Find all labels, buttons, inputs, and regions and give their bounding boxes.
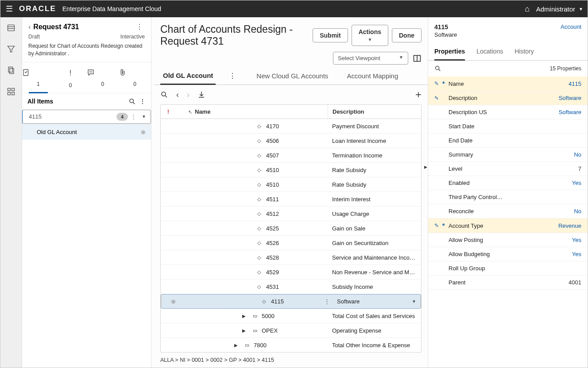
svg-rect-5 (10, 69, 14, 74)
tab-properties[interactable]: Properties (434, 43, 465, 61)
columns-icon[interactable] (413, 54, 422, 63)
tab-locations[interactable]: Locations (476, 43, 503, 60)
svg-rect-4 (8, 67, 12, 73)
property-row[interactable]: Third Party Control… (428, 190, 588, 204)
svg-line-19 (165, 96, 167, 97)
row-more-icon[interactable]: ⋮ (324, 298, 330, 305)
request-more-icon[interactable]: ⋮ (134, 23, 145, 31)
list-item[interactable]: Old GL Account⊕ (22, 124, 151, 140)
svg-line-15 (133, 102, 135, 104)
table-row[interactable]: ◇4525Gain on Sale (161, 221, 421, 236)
property-row[interactable]: Parent4001 (428, 276, 588, 290)
item-more-icon[interactable]: ⋮ (131, 113, 136, 120)
global-header: ☰ ORACLE Enterprise Data Management Clou… (0, 0, 588, 17)
table-row[interactable]: ◇4170Payment Discount (161, 119, 421, 134)
tab-attach-icon[interactable]: 0 (119, 66, 151, 93)
table-row[interactable]: ⊕◇4115⋮Software (161, 294, 421, 309)
tab-alert-icon[interactable]: !0 (54, 66, 87, 93)
table-row[interactable]: ◇4531Subsidy Income (161, 280, 421, 294)
brand-logo: ORACLE (19, 4, 56, 13)
actions-button[interactable]: Actions (352, 25, 388, 46)
table-row[interactable]: ▶▭7800Total Other Income & Expense (161, 338, 421, 352)
page-title: Chart of Accounts Redesign - Request 473… (160, 23, 306, 47)
rail-filter-icon[interactable] (6, 44, 16, 54)
property-row[interactable]: Allow PostingYes (428, 233, 588, 247)
tree-search-icon[interactable] (160, 91, 168, 99)
detail-code: 4115 (434, 23, 457, 31)
detail-name: Software (434, 31, 457, 38)
property-row[interactable]: ReconcileNo (428, 204, 588, 218)
request-title: Request 4731 (33, 23, 132, 31)
rail-doc-icon[interactable] (6, 65, 16, 76)
svg-rect-9 (12, 92, 15, 95)
property-row[interactable]: End Date (428, 134, 588, 148)
property-row[interactable]: ✎DescriptionSoftware (428, 91, 588, 105)
edit-icon[interactable]: ✎ (434, 80, 442, 87)
svg-rect-7 (12, 88, 15, 91)
property-row[interactable]: Level7 (428, 162, 588, 176)
table-row[interactable]: ◇4511Interim Interest (161, 192, 421, 207)
col-flag[interactable]: ! (161, 105, 176, 119)
list-item[interactable]: 41154⋮ (22, 110, 151, 124)
table-row[interactable]: ◇4510Rate Subsidy (161, 177, 421, 192)
submit-button[interactable]: Submit (313, 28, 348, 42)
table-row[interactable]: ◇4506Loan Interest Income (161, 134, 421, 148)
property-row[interactable]: ✎*Account TypeRevenue (428, 218, 588, 233)
table-row[interactable]: ◇4512Usage Charge (161, 207, 421, 221)
tree-prev-icon[interactable]: ‹ (176, 90, 179, 100)
viewpoint-select[interactable]: Select Viewpoint (333, 52, 408, 65)
tree-next-icon: › (187, 90, 190, 100)
table-row[interactable]: ◇4529Non Revenue - Service and Ma... (161, 265, 421, 280)
request-description: Request for Chart of Accounts Redesign c… (28, 42, 145, 58)
property-row[interactable]: Roll Up Group (428, 261, 588, 276)
home-icon[interactable]: ⌂ (523, 4, 532, 14)
page-header: Chart of Accounts Redesign - Request 473… (154, 17, 428, 49)
tab-history[interactable]: History (514, 43, 534, 60)
request-panel: ‹ Request 4731 ⋮ Draft Interactive Reque… (22, 17, 151, 368)
user-menu[interactable]: Administrator▼ (536, 5, 583, 13)
table-row[interactable]: ◇4528Service and Maintenance Income (161, 250, 421, 265)
request-tab-icons: 1 !0 0 0 (22, 62, 151, 93)
table-row[interactable]: ▶▭5000Total Cost of Sales and Services (161, 309, 421, 323)
edit-icon[interactable]: ✎ (434, 95, 442, 101)
table-row[interactable]: ▶▭OPEXOperating Expense (161, 323, 421, 338)
tab-comment-icon[interactable]: 0 (87, 66, 119, 93)
back-icon[interactable]: ‹ (28, 23, 31, 31)
request-status: Draft (28, 34, 40, 40)
detail-panel: 4115 Software Account Properties Locatio… (428, 17, 588, 368)
hamburger-icon[interactable]: ☰ (5, 4, 14, 14)
tab-more-icon[interactable]: ⋮ (229, 72, 236, 80)
edit-icon[interactable]: ✎ (434, 222, 442, 229)
property-row[interactable]: Allow BudgetingYes (428, 247, 588, 261)
table-row[interactable]: ◇4507Termination Income (161, 148, 421, 163)
svg-rect-6 (8, 88, 11, 91)
prop-search-icon[interactable] (434, 65, 441, 72)
property-row[interactable]: ✎*Name4115 (428, 77, 588, 91)
property-row[interactable]: SummaryNo (428, 148, 588, 162)
add-node-icon[interactable]: + (415, 88, 422, 101)
tab-new-cloud[interactable]: New Cloud GL Accounts (254, 68, 331, 84)
add-icon[interactable]: ⊕ (141, 129, 146, 135)
tab-mapping[interactable]: Account Mapping (344, 68, 401, 84)
rail-apps-icon[interactable] (6, 86, 16, 97)
done-button[interactable]: Done (392, 28, 422, 42)
table-row[interactable]: ◇4526Gain on Securitization (161, 236, 421, 250)
tab-old-gl[interactable]: Old GL Account (160, 67, 216, 85)
property-row[interactable]: Description USSoftware (428, 105, 588, 119)
section-more-icon[interactable]: ⋮ (139, 98, 146, 105)
svg-line-21 (439, 69, 440, 71)
grid-header: ! ↖Name Description (161, 105, 421, 119)
tab-items-icon[interactable]: 1 (22, 66, 54, 93)
property-row[interactable]: EnabledYes (428, 176, 588, 190)
download-icon[interactable] (197, 91, 205, 99)
search-icon[interactable] (128, 98, 136, 105)
rail-list-icon[interactable] (6, 23, 16, 33)
detail-type-link[interactable]: Account (561, 23, 581, 30)
svg-point-13 (91, 72, 92, 72)
table-row[interactable]: ◇4510Rate Subsidy (161, 163, 421, 177)
col-desc[interactable]: Description (328, 105, 421, 119)
svg-point-20 (436, 66, 439, 70)
property-row[interactable]: Start Date (428, 119, 588, 134)
svg-point-11 (89, 72, 90, 72)
col-name[interactable]: ↖Name (176, 105, 328, 119)
